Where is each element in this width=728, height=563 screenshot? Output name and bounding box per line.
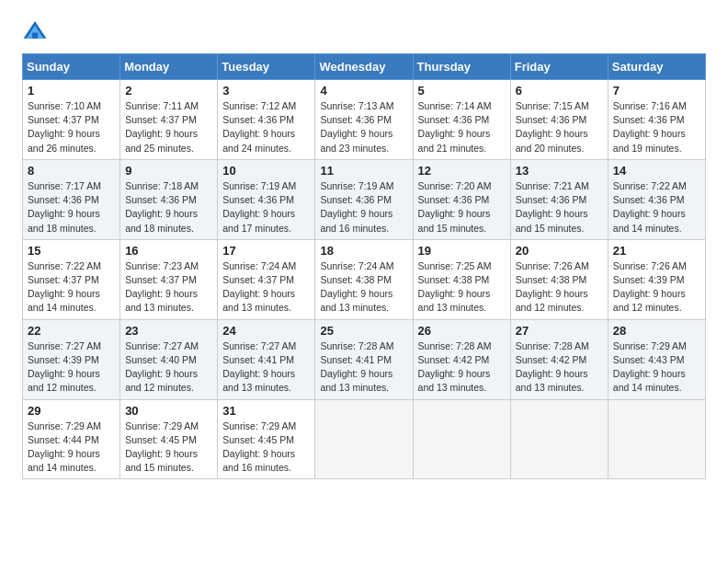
day-info: Sunrise: 7:10 AM Sunset: 4:37 PM Dayligh… [28,99,115,155]
day-number: 18 [320,244,407,258]
calendar-cell: 1Sunrise: 7:10 AM Sunset: 4:37 PM Daylig… [23,80,120,160]
calendar-week-row: 29Sunrise: 7:29 AM Sunset: 4:44 PM Dayli… [23,399,706,479]
day-number: 28 [613,324,700,338]
calendar-cell: 17Sunrise: 7:24 AM Sunset: 4:37 PM Dayli… [218,239,315,319]
day-info: Sunrise: 7:28 AM Sunset: 4:42 PM Dayligh… [516,339,603,396]
day-number: 29 [28,404,115,418]
day-info: Sunrise: 7:24 AM Sunset: 4:38 PM Dayligh… [320,259,407,316]
day-info: Sunrise: 7:29 AM Sunset: 4:45 PM Dayligh… [222,419,310,476]
day-number: 14 [613,164,700,178]
day-number: 7 [613,84,700,98]
day-info: Sunrise: 7:28 AM Sunset: 4:42 PM Dayligh… [418,339,506,396]
day-info: Sunrise: 7:29 AM Sunset: 4:44 PM Dayligh… [28,419,115,476]
day-info: Sunrise: 7:26 AM Sunset: 4:38 PM Dayligh… [516,259,603,316]
day-number: 19 [418,244,506,258]
calendar-cell [413,399,510,479]
calendar-cell: 3Sunrise: 7:12 AM Sunset: 4:36 PM Daylig… [218,80,315,160]
col-tuesday: Tuesday [218,54,315,80]
day-number: 17 [222,244,310,258]
logo-icon [22,18,48,44]
calendar-cell: 24Sunrise: 7:27 AM Sunset: 4:41 PM Dayli… [218,319,315,399]
logo [22,18,51,44]
day-info: Sunrise: 7:17 AM Sunset: 4:36 PM Dayligh… [28,179,115,236]
day-number: 8 [28,164,115,178]
day-info: Sunrise: 7:21 AM Sunset: 4:36 PM Dayligh… [516,179,603,236]
day-info: Sunrise: 7:22 AM Sunset: 4:36 PM Dayligh… [613,179,700,236]
day-number: 12 [418,164,506,178]
calendar-cell: 31Sunrise: 7:29 AM Sunset: 4:45 PM Dayli… [218,399,315,479]
day-info: Sunrise: 7:19 AM Sunset: 4:36 PM Dayligh… [320,179,407,236]
day-info: Sunrise: 7:27 AM Sunset: 4:41 PM Dayligh… [222,339,310,396]
day-number: 25 [320,324,407,338]
svg-rect-2 [32,33,38,39]
day-number: 2 [125,84,212,98]
day-info: Sunrise: 7:25 AM Sunset: 4:38 PM Dayligh… [418,259,506,316]
calendar-cell: 4Sunrise: 7:13 AM Sunset: 4:36 PM Daylig… [315,80,413,160]
calendar-cell: 8Sunrise: 7:17 AM Sunset: 4:36 PM Daylig… [23,159,120,239]
calendar-header-row: Sunday Monday Tuesday Wednesday Thursday… [23,54,706,80]
calendar-cell: 2Sunrise: 7:11 AM Sunset: 4:37 PM Daylig… [120,80,218,160]
calendar-cell: 18Sunrise: 7:24 AM Sunset: 4:38 PM Dayli… [315,239,413,319]
calendar-cell: 27Sunrise: 7:28 AM Sunset: 4:42 PM Dayli… [510,319,608,399]
calendar-cell [510,399,608,479]
col-friday: Friday [510,54,608,80]
day-info: Sunrise: 7:23 AM Sunset: 4:37 PM Dayligh… [125,259,212,316]
calendar-cell [608,399,705,479]
day-number: 20 [516,244,603,258]
calendar-week-row: 1Sunrise: 7:10 AM Sunset: 4:37 PM Daylig… [23,80,706,160]
day-info: Sunrise: 7:12 AM Sunset: 4:36 PM Dayligh… [222,99,310,155]
calendar-week-row: 15Sunrise: 7:22 AM Sunset: 4:37 PM Dayli… [23,239,706,319]
calendar-cell: 9Sunrise: 7:18 AM Sunset: 4:36 PM Daylig… [120,159,218,239]
day-info: Sunrise: 7:15 AM Sunset: 4:36 PM Dayligh… [516,99,603,155]
col-saturday: Saturday [608,54,705,80]
day-number: 27 [516,324,603,338]
calendar-cell: 30Sunrise: 7:29 AM Sunset: 4:45 PM Dayli… [120,399,218,479]
day-number: 31 [222,404,310,418]
calendar-cell [315,399,413,479]
calendar-cell: 25Sunrise: 7:28 AM Sunset: 4:41 PM Dayli… [315,319,413,399]
day-info: Sunrise: 7:28 AM Sunset: 4:41 PM Dayligh… [320,339,407,396]
day-number: 1 [28,84,115,98]
calendar-cell: 6Sunrise: 7:15 AM Sunset: 4:36 PM Daylig… [510,80,608,160]
calendar-cell: 15Sunrise: 7:22 AM Sunset: 4:37 PM Dayli… [23,239,120,319]
day-number: 23 [125,324,212,338]
day-number: 6 [516,84,603,98]
col-sunday: Sunday [23,54,120,80]
day-number: 24 [222,324,310,338]
calendar-table: Sunday Monday Tuesday Wednesday Thursday… [22,53,706,479]
day-number: 13 [516,164,603,178]
day-number: 10 [222,164,310,178]
day-info: Sunrise: 7:27 AM Sunset: 4:39 PM Dayligh… [28,339,115,396]
day-info: Sunrise: 7:22 AM Sunset: 4:37 PM Dayligh… [28,259,115,316]
calendar-cell: 7Sunrise: 7:16 AM Sunset: 4:36 PM Daylig… [608,80,705,160]
day-number: 9 [125,164,212,178]
day-info: Sunrise: 7:14 AM Sunset: 4:36 PM Dayligh… [418,99,506,155]
calendar-cell: 20Sunrise: 7:26 AM Sunset: 4:38 PM Dayli… [510,239,608,319]
day-number: 26 [418,324,506,338]
calendar-cell: 28Sunrise: 7:29 AM Sunset: 4:43 PM Dayli… [608,319,705,399]
calendar-cell: 14Sunrise: 7:22 AM Sunset: 4:36 PM Dayli… [608,159,705,239]
calendar-cell: 12Sunrise: 7:20 AM Sunset: 4:36 PM Dayli… [413,159,510,239]
day-number: 11 [320,164,407,178]
calendar-cell: 11Sunrise: 7:19 AM Sunset: 4:36 PM Dayli… [315,159,413,239]
calendar-cell: 13Sunrise: 7:21 AM Sunset: 4:36 PM Dayli… [510,159,608,239]
day-info: Sunrise: 7:18 AM Sunset: 4:36 PM Dayligh… [125,179,212,236]
day-info: Sunrise: 7:24 AM Sunset: 4:37 PM Dayligh… [222,259,310,316]
calendar-cell: 22Sunrise: 7:27 AM Sunset: 4:39 PM Dayli… [23,319,120,399]
day-info: Sunrise: 7:27 AM Sunset: 4:40 PM Dayligh… [125,339,212,396]
day-info: Sunrise: 7:16 AM Sunset: 4:36 PM Dayligh… [613,99,700,155]
col-monday: Monday [120,54,218,80]
calendar-week-row: 8Sunrise: 7:17 AM Sunset: 4:36 PM Daylig… [23,159,706,239]
day-info: Sunrise: 7:29 AM Sunset: 4:45 PM Dayligh… [125,419,212,476]
day-number: 3 [222,84,310,98]
day-number: 5 [418,84,506,98]
calendar-cell: 29Sunrise: 7:29 AM Sunset: 4:44 PM Dayli… [23,399,120,479]
col-thursday: Thursday [413,54,510,80]
calendar-cell: 10Sunrise: 7:19 AM Sunset: 4:36 PM Dayli… [218,159,315,239]
day-number: 21 [613,244,700,258]
calendar-cell: 16Sunrise: 7:23 AM Sunset: 4:37 PM Dayli… [120,239,218,319]
day-info: Sunrise: 7:19 AM Sunset: 4:36 PM Dayligh… [222,179,310,236]
calendar-cell: 26Sunrise: 7:28 AM Sunset: 4:42 PM Dayli… [413,319,510,399]
day-number: 15 [28,244,115,258]
page-header [22,18,706,44]
